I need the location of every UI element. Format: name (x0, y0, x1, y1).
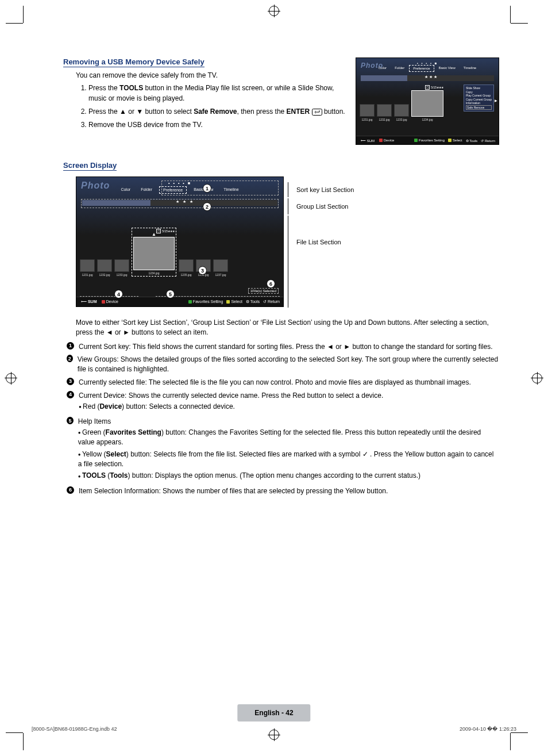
bullet-3-icon: 3 (67, 378, 74, 385)
description-intro: Move to either ‘Sort key List Section’, … (76, 318, 499, 337)
bullet-6-icon: 6 (67, 486, 74, 494)
footer-timestamp: 2009-04-10 �� 1:26:23 (460, 726, 516, 732)
bullet-5-icon: 5 (67, 417, 74, 424)
footer-file-info: [8000-SA]BN68-01988G-Eng.indb 42 (32, 726, 117, 732)
description-list: 1 Current Sort key: This field shows the… (67, 342, 499, 496)
crop-mark (23, 733, 24, 750)
callout-6-icon: 6 (267, 279, 275, 288)
step-3: Remove the USB device from the TV. (88, 120, 346, 130)
tv-screenshot-tools-menu: Photo • • • • ■ Color Folder Preference … (356, 57, 499, 145)
crop-mark (511, 23, 528, 24)
bullet-2-icon: 2 (67, 355, 73, 362)
selected-thumbnail: ☐5/15★★★ ▲ 1234.jpg (132, 228, 176, 277)
sub-item: Yellow (Select) button: Selects file fro… (78, 450, 499, 469)
sub-item: TOOLS (Tools) button: Displays the optio… (78, 471, 499, 481)
section-title-usb: Removing a USB Memory Device Safely (63, 57, 204, 67)
callout-5-icon: 5 (166, 290, 175, 298)
selected-info: 1File(s) Selected (248, 288, 279, 294)
tv-footer: ⟵ SUM Device Favorites Setting Select ⚙ … (356, 136, 499, 144)
intro-text: You can remove the device safely from th… (76, 71, 346, 80)
bullet-1-icon: 1 (67, 342, 74, 350)
section-labels: Sort key List Section Group List Section… (290, 176, 354, 308)
callout-4-icon: 4 (114, 290, 123, 298)
tv-sort-tabs: • • • • ■ Color Folder Preference Basic … (76, 186, 283, 194)
crop-mark (6, 23, 23, 24)
step-1: Press the TOOLS button in the Media Play… (88, 83, 346, 103)
enter-icon (312, 109, 322, 116)
step-2: Press the ▲ or ▼ button to select Safe R… (88, 107, 346, 117)
section-title-screen-display: Screen Display (63, 161, 117, 171)
registration-mark-icon (269, 730, 279, 740)
registration-mark-icon (269, 6, 279, 16)
tv-screenshot-screen-display: Photo • • • • ■ Color Folder Preference … (76, 176, 284, 307)
crop-mark (6, 732, 23, 733)
callout-3-icon: 3 (198, 266, 207, 275)
sub-item: Red (Device) button: Selects a connected… (79, 402, 383, 412)
tools-popup-menu: Slide Show Copy Play Current Group Copy … (464, 85, 494, 112)
crop-mark (511, 732, 528, 733)
tv-footer: ⟵ SUM Device Favorites Setting Select ⚙ … (76, 297, 283, 306)
callout-2-icon: 2 (203, 202, 211, 211)
page-number-label: English - 42 (237, 704, 310, 722)
bullet-4-icon: 4 (67, 391, 74, 398)
registration-mark-icon (532, 373, 542, 383)
callout-1-icon: 1 (203, 184, 211, 193)
crop-mark (510, 6, 511, 23)
steps-list: Press the TOOLS button in the Media Play… (76, 83, 346, 131)
registration-mark-icon (6, 373, 16, 383)
sub-item: Green (Favorites Setting) button: Change… (78, 428, 499, 447)
crop-mark (23, 6, 24, 23)
tv-sort-tabs: • • • • ■ Color Folder Preference Basic … (356, 65, 499, 72)
crop-mark (510, 733, 511, 750)
